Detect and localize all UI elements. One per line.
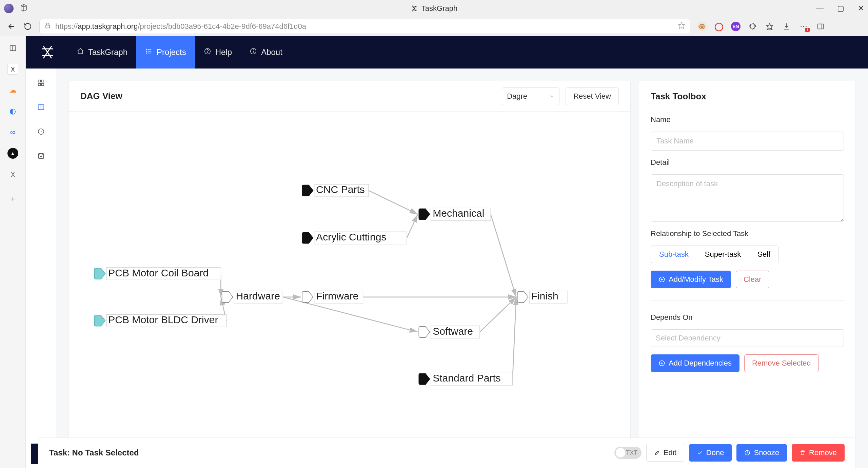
reload-button[interactable]	[23, 22, 33, 31]
os-sb-taskgraph-icon[interactable]	[7, 64, 18, 75]
task-detail-textarea[interactable]	[651, 174, 844, 222]
dag-title: DAG View	[80, 91, 496, 101]
ext-puzzle-icon[interactable]	[748, 22, 757, 31]
dag-node[interactable]: Firmware	[302, 290, 363, 303]
sidebar-grid-icon[interactable]	[36, 77, 46, 88]
nav-taskgraph[interactable]: TaskGraph	[68, 36, 136, 69]
task-footer: Task: No Task Selected TXT Edit Done Sno…	[38, 437, 856, 468]
minimize-button[interactable]: —	[816, 4, 824, 13]
edit-button[interactable]: Edit	[646, 444, 684, 462]
ext-language-icon[interactable]: EN	[731, 22, 741, 31]
favorites-star-icon[interactable]	[765, 22, 774, 31]
svg-marker-1	[678, 22, 685, 28]
dag-node[interactable]: PCB Motor BLDC Driver	[94, 314, 226, 327]
divider	[651, 300, 844, 301]
os-sb-infinity-icon[interactable]: ∞	[7, 127, 18, 138]
os-sb-panel-icon[interactable]	[7, 43, 18, 54]
downloads-icon[interactable]	[782, 22, 791, 31]
home-icon	[77, 47, 84, 57]
dag-node[interactable]: Mechanical	[419, 208, 491, 220]
relationship-label: Relationship to Selected Task	[651, 229, 844, 238]
nav-help[interactable]: Help	[195, 36, 241, 69]
maximize-button[interactable]: ▢	[837, 4, 844, 13]
dag-node[interactable]: Hardware	[222, 290, 283, 303]
trash-icon	[800, 450, 806, 456]
svg-text:Firmware: Firmware	[316, 290, 358, 301]
name-label: Name	[651, 115, 844, 124]
svg-rect-23	[38, 105, 44, 110]
clock-icon	[744, 450, 750, 456]
favorite-icon[interactable]	[678, 22, 685, 31]
remove-button[interactable]: Remove	[792, 444, 845, 462]
depends-label: Depends On	[651, 313, 844, 322]
dag-node[interactable]: Software	[419, 326, 480, 338]
svg-line-36	[480, 297, 516, 332]
ext-monkey-icon[interactable]: 🐵	[697, 22, 707, 31]
txt-toggle[interactable]: TXT	[614, 447, 642, 459]
task-toolbox: Task Toolbox Name Detail Relationship to…	[639, 81, 856, 456]
snooze-button[interactable]: Snooze	[736, 444, 787, 462]
svg-line-29	[407, 214, 418, 238]
svg-point-11	[146, 49, 147, 50]
svg-text:Acrylic Cuttings: Acrylic Cuttings	[316, 231, 386, 242]
svg-text:Standard Parts: Standard Parts	[433, 372, 501, 384]
dag-node[interactable]: PCB Motor Coil Board	[94, 267, 221, 280]
svg-point-18	[253, 50, 254, 50]
os-sb-digitalocean-icon[interactable]: ◐	[7, 106, 18, 117]
dag-node[interactable]: Finish	[517, 290, 567, 303]
back-button[interactable]	[7, 22, 16, 31]
more-icon[interactable]: ⋯ 1	[799, 22, 808, 31]
remove-selected-button[interactable]: Remove Selected	[744, 354, 819, 372]
reset-view-button[interactable]: Reset View	[566, 87, 619, 105]
svg-text:PCB Motor BLDC Driver: PCB Motor BLDC Driver	[108, 314, 218, 325]
detail-label: Detail	[651, 158, 844, 167]
workspace-icon[interactable]	[20, 4, 28, 13]
dag-header: DAG View Dagre Reset View	[69, 81, 630, 112]
radio-supertask[interactable]: Super-task	[697, 246, 749, 263]
layout-select[interactable]: Dagre	[502, 87, 559, 105]
nav-projects[interactable]: Projects	[136, 36, 195, 69]
sidebar-board-icon[interactable]	[36, 102, 46, 113]
svg-line-34	[491, 214, 516, 297]
url-bar[interactable]: https://app.taskgraph.org/projects/bdb03…	[39, 19, 690, 34]
svg-rect-4	[818, 24, 824, 29]
svg-rect-22	[41, 83, 43, 85]
nav-about[interactable]: About	[241, 36, 291, 69]
svg-text:Mechanical: Mechanical	[433, 208, 484, 219]
add-dependencies-button[interactable]: Add Dependencies	[651, 354, 739, 372]
user-avatar[interactable]	[4, 4, 14, 13]
window-controls: — ▢ ✕	[816, 4, 864, 13]
clear-button[interactable]: Clear	[736, 271, 769, 288]
svg-rect-27	[38, 154, 43, 159]
dag-node[interactable]: Acrylic Cuttings	[302, 231, 407, 244]
svg-marker-2	[767, 23, 773, 30]
chevron-down-icon	[549, 94, 554, 99]
dependency-select[interactable]: Select Dependency	[651, 329, 844, 347]
sidebar-toggle-icon[interactable]	[816, 22, 825, 31]
radio-subtask[interactable]: Sub-task	[651, 246, 697, 263]
radio-self[interactable]: Self	[749, 246, 778, 263]
dag-canvas[interactable]: CNC PartsAcrylic CuttingsMechanicalPCB M…	[69, 112, 630, 455]
sidebar-history-icon[interactable]	[36, 126, 46, 137]
taskgraph-logo-icon	[411, 5, 418, 12]
brand-logo[interactable]	[39, 44, 56, 60]
plus-circle-icon	[658, 360, 665, 367]
close-button[interactable]: ✕	[858, 4, 864, 13]
os-sb-cloud-icon[interactable]: ☁	[7, 85, 18, 96]
dag-node[interactable]: Standard Parts	[419, 372, 512, 385]
svg-text:Finish: Finish	[531, 290, 558, 301]
os-sb-circle-icon[interactable]: ▲	[7, 148, 18, 159]
ext-adblock-icon[interactable]: ◯	[714, 22, 724, 31]
add-workspace-button[interactable]: ＋	[7, 193, 18, 204]
add-modify-task-button[interactable]: Add/Modify Task	[651, 271, 731, 288]
svg-rect-21	[38, 83, 40, 85]
task-name-input[interactable]	[651, 132, 844, 151]
svg-rect-0	[46, 25, 50, 28]
svg-line-37	[513, 297, 516, 379]
done-button[interactable]: Done	[689, 444, 732, 462]
url-text: https://app.taskgraph.org/projects/bdb03…	[55, 22, 674, 31]
os-sb-logo-icon[interactable]	[7, 169, 18, 180]
sidebar-save-icon[interactable]	[36, 151, 46, 161]
dag-node[interactable]: CNC Parts	[302, 184, 369, 197]
dag-panel: DAG View Dagre Reset View	[68, 81, 631, 456]
